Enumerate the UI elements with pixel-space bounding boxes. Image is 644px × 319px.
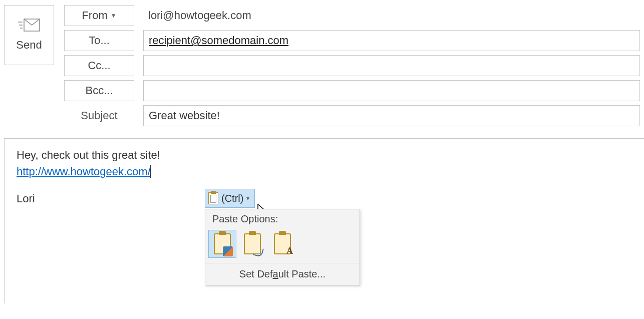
merge-arrow-icon xyxy=(253,246,264,257)
body-line-1: Hey, check out this great site! xyxy=(17,149,632,162)
paste-keep-text-only[interactable]: A xyxy=(268,230,296,258)
cc-input[interactable] xyxy=(143,55,640,76)
from-value: lori@howtogeek.com xyxy=(143,5,640,26)
envelope-send-icon xyxy=(18,19,40,32)
clipboard-icon xyxy=(244,233,261,254)
clipboard-icon xyxy=(208,192,218,204)
footer-pre: Set Def xyxy=(239,268,273,279)
paste-smart-tag[interactable]: (Ctrl) ▾ xyxy=(205,189,255,208)
send-label: Send xyxy=(16,39,42,52)
send-button[interactable]: Send xyxy=(4,5,54,65)
header-fields: From ▼ lori@howtogeek.com To... recipien… xyxy=(64,5,640,130)
clipboard-icon: A xyxy=(274,233,291,254)
paste-merge-formatting[interactable] xyxy=(238,230,266,258)
bcc-row: Bcc... xyxy=(64,80,640,101)
from-label: From xyxy=(82,9,107,22)
paste-keep-source-formatting[interactable] xyxy=(208,230,236,258)
chevron-down-icon: ▼ xyxy=(111,12,117,19)
to-row: To... recipient@somedomain.com xyxy=(64,30,640,51)
footer-suf: ult Paste... xyxy=(278,268,326,279)
from-button[interactable]: From ▼ xyxy=(64,5,134,26)
smart-tag-label: (Ctrl) xyxy=(221,193,243,204)
bcc-input[interactable] xyxy=(143,80,640,101)
subject-row: Subject Great website! xyxy=(64,105,640,126)
to-input[interactable]: recipient@somedomain.com xyxy=(143,30,640,51)
set-default-paste[interactable]: Set Default Paste... xyxy=(205,263,360,285)
chevron-down-icon: ▾ xyxy=(246,195,249,202)
paintbrush-icon xyxy=(223,246,233,256)
to-button[interactable]: To... xyxy=(64,30,134,51)
paste-options-header: Paste Options: xyxy=(205,209,360,228)
letter-a-icon: A xyxy=(286,246,293,256)
message-body[interactable]: Hey, check out this great site! http://w… xyxy=(4,138,644,303)
from-row: From ▼ lori@howtogeek.com xyxy=(64,5,640,26)
to-recipient[interactable]: recipient@somedomain.com xyxy=(149,34,288,47)
signature-line: Lori xyxy=(17,192,632,205)
subject-input[interactable]: Great website! xyxy=(143,105,640,126)
cc-row: Cc... xyxy=(64,55,640,76)
paste-options-row: A xyxy=(205,228,360,263)
body-link-line: http://www.howtogeek.com/ xyxy=(17,165,632,178)
paste-options-popup: Paste Options: A Set Default Paste... xyxy=(205,209,360,285)
bcc-button[interactable]: Bcc... xyxy=(64,80,134,101)
footer-hotkey: a xyxy=(273,268,278,279)
cc-button[interactable]: Cc... xyxy=(64,55,134,76)
subject-label: Subject xyxy=(64,109,134,122)
text-cursor xyxy=(150,165,151,178)
pasted-hyperlink[interactable]: http://www.howtogeek.com/ xyxy=(17,165,151,178)
clipboard-icon xyxy=(214,233,231,254)
compose-header: Send From ▼ lori@howtogeek.com To... rec… xyxy=(0,0,644,130)
